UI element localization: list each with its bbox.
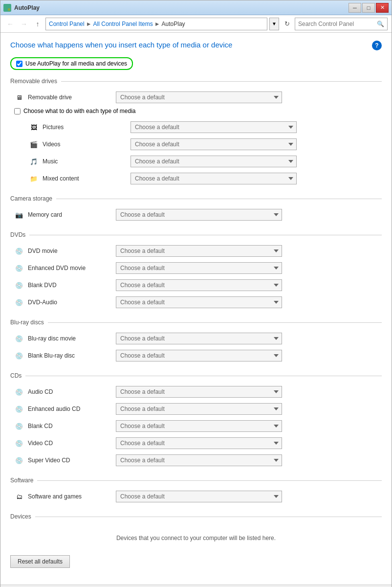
dvd-audio-icon [14,297,24,307]
autoplay-checkbox-label[interactable]: Use AutoPlay for all media and devices [10,57,133,70]
content-area: Choose what happens when you insert each… [0,33,392,585]
media-sub-items: Pictures Choose a default Videos Choose … [10,119,382,186]
help-button[interactable]: ? [372,41,382,50]
breadcrumb-autoplay: AutoPlay [162,21,185,27]
software-games-select[interactable]: Choose a default [116,491,282,502]
audio-cd-label: Audio CD [28,388,116,395]
close-button[interactable]: ✕ [376,3,389,13]
software-line [37,480,382,481]
videos-label: Videos [43,141,131,148]
dvds-line [29,235,382,235]
videos-select[interactable]: Choose a default [131,138,297,150]
title-controls: ─ □ ✕ [348,3,389,13]
enhanced-audio-cd-label: Enhanced audio CD [28,406,116,412]
window-title: AutoPlay [14,4,40,11]
super-video-cd-row: Super Video CD Choose a default [10,452,382,468]
pictures-label: Pictures [43,124,131,131]
address-bar: ← → ↑ Control Panel ► All Control Panel … [0,15,392,33]
memory-card-select[interactable]: Choose a default [116,209,282,221]
minimize-button[interactable]: ─ [348,3,361,13]
music-icon [29,157,39,166]
reset-defaults-button[interactable]: Reset all defaults [10,555,70,568]
memory-card-row: Memory card Choose a default [10,207,382,223]
refresh-button[interactable]: ↻ [281,18,293,30]
dvd-audio-row: DVD-Audio Choose a default [10,294,382,310]
up-button[interactable]: ↑ [32,18,44,30]
camera-storage-section: Camera storage Memory card Choose a defa… [10,195,382,223]
dvd-movie-row: DVD movie Choose a default [10,243,382,259]
video-cd-row: Video CD Choose a default [10,435,382,451]
footer: Save Cancel [0,585,392,587]
autoplay-window: AutoPlay ─ □ ✕ ← → ↑ Control Panel ► All… [0,0,392,587]
removable-drives-title: Removable drives [10,78,57,85]
title-bar: AutoPlay ─ □ ✕ [0,0,392,15]
breadcrumb-control-panel[interactable]: Control Panel [49,21,85,27]
back-button[interactable]: ← [4,18,16,30]
search-icon[interactable]: 🔍 [377,21,384,27]
autoplay-checkbox[interactable] [16,61,22,67]
video-cd-select[interactable]: Choose a default [116,437,282,449]
removable-drive-label: Removable drive [28,94,116,101]
super-video-cd-icon [14,455,24,465]
blank-dvd-icon [14,280,24,290]
media-checkbox-row: Choose what to do with each type of medi… [10,107,382,115]
bluray-section: Blu-ray discs Blu-ray disc movie Choose … [10,319,382,363]
maximize-button[interactable]: □ [362,3,375,13]
bluray-header: Blu-ray discs [10,319,382,326]
removable-drives-header: Removable drives [10,78,382,85]
removable-drives-line [61,81,382,82]
enhanced-dvd-select[interactable]: Choose a default [116,262,282,274]
autoplay-label: Use AutoPlay for all media and devices [25,60,127,67]
pictures-row: Pictures Choose a default [25,119,382,135]
blank-bluray-icon [14,351,24,361]
svg-rect-3 [8,8,10,11]
software-title: Software [10,477,33,484]
videos-row: Videos Choose a default [25,136,382,152]
blank-bluray-row: Blank Blu-ray disc Choose a default [10,348,382,363]
dvd-movie-label: DVD movie [28,248,116,254]
music-select[interactable]: Choose a default [131,156,297,167]
blank-dvd-label: Blank DVD [28,282,116,289]
memory-card-label: Memory card [28,211,116,218]
music-label: Music [43,158,131,165]
mixed-content-label: Mixed content [43,175,131,182]
bluray-line [48,322,382,323]
cds-header: CDs [10,372,382,379]
blank-cd-icon [14,421,24,431]
music-row: Music Choose a default [25,154,382,169]
blank-bluray-select[interactable]: Choose a default [116,350,282,361]
devices-title: Devices [10,513,31,520]
enhanced-audio-cd-select[interactable]: Choose a default [116,403,282,415]
media-type-checkbox[interactable] [14,108,21,114]
super-video-cd-select[interactable]: Choose a default [116,454,282,466]
removable-drive-select[interactable]: Choose a default [116,91,282,103]
bluray-movie-select[interactable]: Choose a default [116,333,282,344]
pictures-select[interactable]: Choose a default [131,121,297,133]
software-games-icon [14,492,24,501]
software-games-label: Software and games [28,493,116,500]
camera-storage-title: Camera storage [10,195,52,202]
window-icon [3,4,11,12]
breadcrumb-all-items[interactable]: All Control Panel Items [93,21,153,27]
devices-header: Devices [10,513,382,520]
video-cd-icon [14,438,24,448]
dvds-section: DVDs DVD movie Choose a default Enhanced… [10,231,382,310]
mixed-content-row: Mixed content Choose a default [25,171,382,186]
address-dropdown[interactable]: ▼ [269,18,279,30]
forward-button[interactable]: → [18,18,30,30]
mixed-content-select[interactable]: Choose a default [131,173,297,184]
bluray-movie-icon [14,334,24,343]
software-section: Software Software and games Choose a def… [10,477,382,504]
dvd-movie-select[interactable]: Choose a default [116,245,282,257]
blank-dvd-select[interactable]: Choose a default [116,279,282,291]
dvd-audio-select[interactable]: Choose a default [116,296,282,308]
audio-cd-select[interactable]: Choose a default [116,386,282,398]
blank-cd-label: Blank CD [28,423,116,429]
memory-card-icon [14,210,24,220]
devices-line [35,517,382,517]
cds-title: CDs [10,372,22,379]
blank-cd-select[interactable]: Choose a default [116,420,282,432]
page-header: Choose what happens when you insert each… [10,41,382,50]
camera-storage-line [56,199,382,199]
search-input[interactable] [298,21,377,27]
